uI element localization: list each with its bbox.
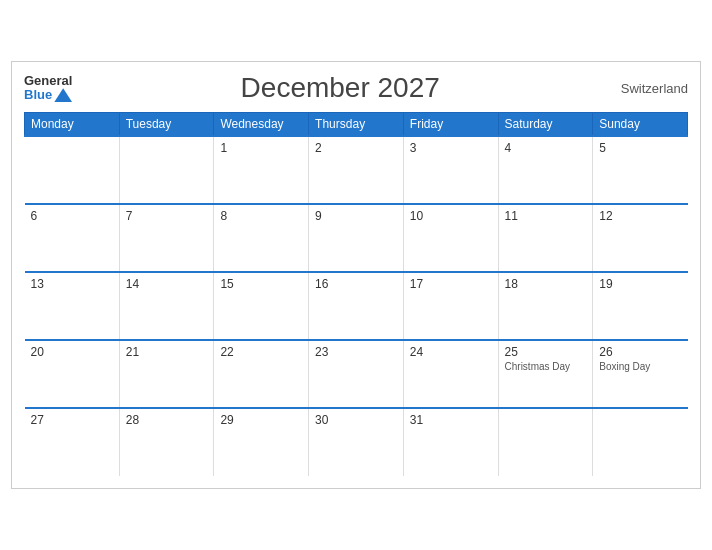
day-number: 7 bbox=[126, 209, 208, 223]
day-number: 1 bbox=[220, 141, 302, 155]
calendar-cell: 20 bbox=[25, 340, 120, 408]
calendar-cell: 6 bbox=[25, 204, 120, 272]
calendar-cell bbox=[593, 408, 688, 476]
calendar-cell: 2 bbox=[309, 136, 404, 204]
calendar-cell: 21 bbox=[119, 340, 214, 408]
day-number: 15 bbox=[220, 277, 302, 291]
calendar-cell: 11 bbox=[498, 204, 593, 272]
calendar-cell bbox=[498, 408, 593, 476]
calendar-cell: 23 bbox=[309, 340, 404, 408]
calendar-cell: 27 bbox=[25, 408, 120, 476]
calendar-container: General Blue December 2027 Switzerland M… bbox=[11, 61, 701, 489]
calendar-cell: 24 bbox=[403, 340, 498, 408]
day-number: 28 bbox=[126, 413, 208, 427]
holiday-label: Christmas Day bbox=[505, 361, 587, 372]
weekday-header-tuesday: Tuesday bbox=[119, 113, 214, 137]
calendar-cell: 7 bbox=[119, 204, 214, 272]
logo-triangle-icon bbox=[54, 88, 72, 102]
day-number: 23 bbox=[315, 345, 397, 359]
calendar-cell: 12 bbox=[593, 204, 688, 272]
day-number: 11 bbox=[505, 209, 587, 223]
week-row-2: 6789101112 bbox=[25, 204, 688, 272]
calendar-cell: 1 bbox=[214, 136, 309, 204]
calendar-cell bbox=[25, 136, 120, 204]
weekday-header-saturday: Saturday bbox=[498, 113, 593, 137]
day-number: 29 bbox=[220, 413, 302, 427]
day-number: 2 bbox=[315, 141, 397, 155]
calendar-cell: 5 bbox=[593, 136, 688, 204]
calendar-header: General Blue December 2027 Switzerland bbox=[24, 72, 688, 104]
day-number: 30 bbox=[315, 413, 397, 427]
day-number: 21 bbox=[126, 345, 208, 359]
day-number: 22 bbox=[220, 345, 302, 359]
logo-blue-text: Blue bbox=[24, 88, 52, 102]
calendar-cell: 4 bbox=[498, 136, 593, 204]
day-number: 4 bbox=[505, 141, 587, 155]
day-number: 5 bbox=[599, 141, 681, 155]
day-number: 19 bbox=[599, 277, 681, 291]
day-number: 16 bbox=[315, 277, 397, 291]
calendar-cell: 25Christmas Day bbox=[498, 340, 593, 408]
calendar-cell: 3 bbox=[403, 136, 498, 204]
calendar-cell: 31 bbox=[403, 408, 498, 476]
day-number: 12 bbox=[599, 209, 681, 223]
calendar-cell: 10 bbox=[403, 204, 498, 272]
calendar-cell: 30 bbox=[309, 408, 404, 476]
weekday-header-row: MondayTuesdayWednesdayThursdayFridaySatu… bbox=[25, 113, 688, 137]
logo: General Blue bbox=[24, 74, 72, 103]
weekday-header-wednesday: Wednesday bbox=[214, 113, 309, 137]
calendar-cell: 14 bbox=[119, 272, 214, 340]
weekday-header-friday: Friday bbox=[403, 113, 498, 137]
day-number: 17 bbox=[410, 277, 492, 291]
calendar-cell: 19 bbox=[593, 272, 688, 340]
calendar-cell: 9 bbox=[309, 204, 404, 272]
day-number: 31 bbox=[410, 413, 492, 427]
day-number: 20 bbox=[31, 345, 113, 359]
day-number: 8 bbox=[220, 209, 302, 223]
day-number: 3 bbox=[410, 141, 492, 155]
day-number: 25 bbox=[505, 345, 587, 359]
calendar-cell: 29 bbox=[214, 408, 309, 476]
calendar-cell: 16 bbox=[309, 272, 404, 340]
calendar-cell: 8 bbox=[214, 204, 309, 272]
day-number: 10 bbox=[410, 209, 492, 223]
calendar-table: MondayTuesdayWednesdayThursdayFridaySatu… bbox=[24, 112, 688, 476]
calendar-cell: 26Boxing Day bbox=[593, 340, 688, 408]
week-row-4: 202122232425Christmas Day26Boxing Day bbox=[25, 340, 688, 408]
calendar-cell: 18 bbox=[498, 272, 593, 340]
calendar-cell bbox=[119, 136, 214, 204]
week-row-3: 13141516171819 bbox=[25, 272, 688, 340]
week-row-5: 2728293031 bbox=[25, 408, 688, 476]
day-number: 24 bbox=[410, 345, 492, 359]
month-title: December 2027 bbox=[72, 72, 608, 104]
weekday-header-sunday: Sunday bbox=[593, 113, 688, 137]
calendar-cell: 22 bbox=[214, 340, 309, 408]
calendar-cell: 15 bbox=[214, 272, 309, 340]
calendar-cell: 28 bbox=[119, 408, 214, 476]
country-label: Switzerland bbox=[608, 81, 688, 96]
day-number: 18 bbox=[505, 277, 587, 291]
logo-general-text: General bbox=[24, 74, 72, 88]
weekday-header-thursday: Thursday bbox=[309, 113, 404, 137]
holiday-label: Boxing Day bbox=[599, 361, 681, 372]
day-number: 9 bbox=[315, 209, 397, 223]
calendar-cell: 13 bbox=[25, 272, 120, 340]
calendar-cell: 17 bbox=[403, 272, 498, 340]
week-row-1: 12345 bbox=[25, 136, 688, 204]
day-number: 27 bbox=[31, 413, 113, 427]
day-number: 6 bbox=[31, 209, 113, 223]
day-number: 14 bbox=[126, 277, 208, 291]
day-number: 26 bbox=[599, 345, 681, 359]
weekday-header-monday: Monday bbox=[25, 113, 120, 137]
day-number: 13 bbox=[31, 277, 113, 291]
